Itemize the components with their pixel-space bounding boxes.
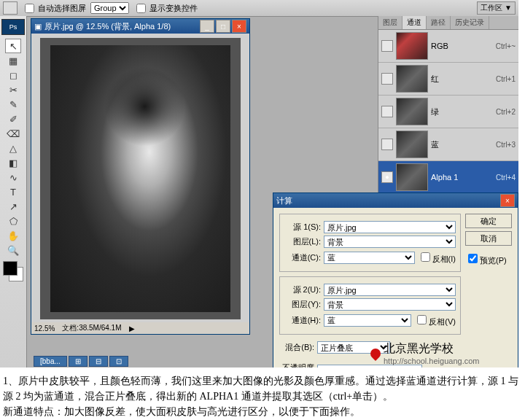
maximize-button[interactable]: □ <box>216 20 230 33</box>
tab-arrange-icon[interactable]: ⊞ <box>69 356 88 367</box>
tutorial-caption: 1、原片中皮肤较平，且颜色轻而薄，我们这里来加大图像的光影及颜色厚重感。通过选择… <box>0 368 525 420</box>
ps-logo: Ps <box>1 19 25 35</box>
opacity-label: 不透明度(Q): <box>279 362 314 368</box>
tab-arrange-icon[interactable]: ⊡ <box>109 356 128 367</box>
panel-tab-历史记录[interactable]: 历史记录 <box>451 16 489 29</box>
tool-13[interactable]: ✋ <box>5 228 21 243</box>
channel-thumb <box>396 131 428 158</box>
tool-14[interactable]: 🔍 <box>5 243 21 257</box>
doc-size: 文档:38.5M/64.1M <box>62 323 121 333</box>
tool-4[interactable]: ✎ <box>5 97 21 112</box>
caption-line2: 新通道特点：加大图像反差，使大面积皮肤与高光进行区分，以便于下面操作。 <box>3 404 522 419</box>
show-transform-label: 显示变换控件 <box>149 3 198 14</box>
tool-1[interactable]: ▦ <box>5 53 21 68</box>
cancel-button[interactable]: 取消 <box>465 231 512 246</box>
blend-label: 混合(B): <box>279 342 314 353</box>
channel-thumb <box>396 98 428 125</box>
source1-label: 源 1(S): <box>286 222 321 233</box>
tool-8[interactable]: ◧ <box>5 155 21 170</box>
visibility-icon[interactable] <box>381 106 393 117</box>
channel1-label: 通道(C): <box>286 252 321 263</box>
window-title: 原片.jpg @ 12.5% (背景, Alpha 1/8) <box>44 21 197 32</box>
channel-row[interactable]: ●Alpha 1Ctrl+4 <box>378 161 518 194</box>
photoshop-app: 自动选择图屏 Group 显示变换控件 工作区 ▼ Ps ↖▦◻✂✎✐⌫△◧∿T… <box>0 0 518 368</box>
panel-tabs: 图层通道路径历史记录 <box>378 16 518 30</box>
channel-row[interactable]: 蓝Ctrl+3 <box>378 128 518 161</box>
channel-name: RGB <box>431 42 493 50</box>
auto-select-mode[interactable]: Group <box>90 2 129 14</box>
panel-tab-图层[interactable]: 图层 <box>378 16 402 29</box>
tool-12[interactable]: ⬠ <box>5 214 21 228</box>
status-bar: 12.5% 文档:38.5M/64.1M ▶ <box>31 322 249 334</box>
source1-layer[interactable]: 背景 <box>324 236 456 248</box>
color-swatches[interactable] <box>3 261 23 281</box>
auto-select-checkbox[interactable]: 自动选择图屏 <box>22 1 86 15</box>
document-tabbar: [bba... ⊞ ⊟ ⊡ <box>31 354 131 368</box>
logo-icon <box>368 346 383 361</box>
tool-0[interactable]: ↖ <box>5 39 21 53</box>
invert1-checkbox[interactable]: 反相(I) <box>418 250 456 265</box>
channel-name: 蓝 <box>431 139 493 150</box>
source1-group: 源 1(S):原片.jpg 图层(L):背景 通道(C):蓝反相(I) <box>279 214 461 272</box>
minimize-button[interactable]: _ <box>200 20 214 33</box>
ok-button[interactable]: 确定 <box>465 214 512 228</box>
dialog-titlebar[interactable]: 计算 × <box>273 193 518 208</box>
channel-name: 红 <box>431 74 493 85</box>
channel-name: 绿 <box>431 106 493 117</box>
channel-shortcut: Ctrl+2 <box>496 108 516 116</box>
tool-10[interactable]: T <box>5 184 21 199</box>
source2-layer[interactable]: 背景 <box>324 298 456 311</box>
close-button[interactable]: × <box>500 194 515 207</box>
channel-row[interactable]: 红Ctrl+1 <box>378 63 518 96</box>
canvas[interactable] <box>40 38 241 319</box>
source2-channel[interactable]: 蓝 <box>324 314 411 327</box>
zoom-level[interactable]: 12.5% <box>34 324 55 332</box>
channel-name: Alpha 1 <box>431 173 493 182</box>
watermark-name: 北京黑光学校 <box>384 341 479 357</box>
watermark-url: http://school.heiguang.com <box>384 357 479 365</box>
doc-tab[interactable]: [bba... <box>34 356 67 367</box>
channel-thumb <box>396 163 428 191</box>
watermark: 北京黑光学校 http://school.heiguang.com <box>370 341 479 365</box>
ps-doc-icon: ▣ <box>34 22 42 31</box>
visibility-icon[interactable]: ● <box>381 171 393 183</box>
tool-11[interactable]: ↗ <box>5 199 21 214</box>
tool-5[interactable]: ✐ <box>5 112 21 126</box>
tool-2[interactable]: ◻ <box>5 68 21 82</box>
auto-select-label: 自动选择图屏 <box>38 3 86 14</box>
move-tool-preset-icon[interactable] <box>3 1 18 15</box>
tool-7[interactable]: △ <box>5 141 21 155</box>
channel2-label: 通道(H): <box>286 315 321 326</box>
panel-tab-路径[interactable]: 路径 <box>427 16 451 29</box>
channel-shortcut: Ctrl+4 <box>496 174 516 182</box>
tool-6[interactable]: ⌫ <box>5 126 21 141</box>
close-button[interactable]: × <box>232 20 246 33</box>
document-window: ▣ 原片.jpg @ 12.5% (背景, Alpha 1/8) _ □ × 1… <box>31 18 250 335</box>
tool-9[interactable]: ∿ <box>5 170 21 184</box>
layer2-label: 图层(Y): <box>286 299 321 310</box>
channel-row[interactable]: 绿Ctrl+2 <box>378 96 518 128</box>
source1-doc[interactable]: 原片.jpg <box>324 221 456 233</box>
source1-channel[interactable]: 蓝 <box>324 252 415 264</box>
tab-arrange-icon[interactable]: ⊟ <box>89 356 108 367</box>
tool-3[interactable]: ✂ <box>5 82 21 97</box>
preview-checkbox[interactable]: 预览(P) <box>465 252 512 266</box>
panel-tab-通道[interactable]: 通道 <box>402 16 427 29</box>
source2-group: 源 2(U):原片.jpg 图层(Y):背景 通道(H):蓝反相(V) <box>279 276 461 335</box>
invert2-checkbox[interactable]: 反相(V) <box>414 313 456 327</box>
layer1-label: 图层(L): <box>286 236 321 247</box>
channel-shortcut: Ctrl+3 <box>496 141 516 149</box>
source2-doc[interactable]: 原片.jpg <box>324 284 456 296</box>
show-transform-checkbox[interactable]: 显示变换控件 <box>133 1 198 15</box>
workspace-selector[interactable]: 工作区 ▼ <box>477 1 516 15</box>
visibility-icon[interactable] <box>381 139 393 150</box>
chevron-right-icon[interactable]: ▶ <box>129 324 135 332</box>
channel-row[interactable]: RGBCtrl+~ <box>378 30 518 63</box>
visibility-icon[interactable] <box>381 73 393 85</box>
visibility-icon[interactable] <box>381 40 393 52</box>
channel-shortcut: Ctrl+1 <box>496 75 516 83</box>
channel-shortcut: Ctrl+~ <box>496 42 516 50</box>
channel-thumb <box>396 32 428 60</box>
window-titlebar[interactable]: ▣ 原片.jpg @ 12.5% (背景, Alpha 1/8) _ □ × <box>31 19 249 34</box>
source2-label: 源 2(U): <box>286 284 321 295</box>
